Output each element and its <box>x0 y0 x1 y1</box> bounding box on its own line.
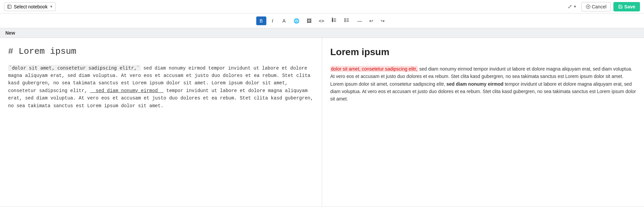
editor-toolbar: B I A 🌐 🖼 <> 123 — ↩ ↪ <box>0 13 644 28</box>
redo-icon: ↪ <box>381 18 385 24</box>
topbar: Select notebook ▼ ⤢ ▼ Cancel Save <box>0 0 644 13</box>
svg-text:3: 3 <box>332 20 333 22</box>
unordered-list-button[interactable] <box>341 16 353 26</box>
code-icon: <> <box>319 18 325 24</box>
save-label: Save <box>624 4 635 9</box>
markdown-body: `dolor sit amet, consetetur sadipscing e… <box>8 64 314 110</box>
fullscreen-button[interactable]: ⤢ ▼ <box>566 2 579 11</box>
editor-area: # Lorem ipsum `dolor sit amet, consetetu… <box>0 38 644 206</box>
cancel-button[interactable]: Cancel <box>581 2 611 11</box>
horizontal-rule-icon: — <box>357 18 362 24</box>
svg-point-16 <box>345 21 345 22</box>
bold-button[interactable]: B <box>256 16 266 25</box>
section-name: New <box>5 30 15 36</box>
undo-button[interactable]: ↩ <box>366 16 376 25</box>
redo-button[interactable]: ↪ <box>378 16 388 25</box>
preview-heading: Lorem ipsum <box>330 45 636 60</box>
link-icon: 🌐 <box>294 18 299 24</box>
fullscreen-icon: ⤢ <box>568 3 572 10</box>
chevron-down-icon: ▼ <box>49 5 53 8</box>
markdown-preview: Lorem ipsum dolor sit amet, consetetur s… <box>322 38 644 206</box>
heading-button[interactable]: A <box>279 16 289 25</box>
bold-icon: B <box>260 18 263 24</box>
notebook-select-label: Select notebook <box>14 4 47 9</box>
ordered-list-button[interactable]: 123 <box>329 16 340 26</box>
markdown-editor[interactable]: # Lorem ipsum `dolor sit amet, consetetu… <box>0 38 322 206</box>
notebook-selector[interactable]: Select notebook ▼ <box>4 2 56 11</box>
image-icon: 🖼 <box>307 18 311 24</box>
code-button[interactable]: <> <box>316 16 328 25</box>
svg-point-15 <box>345 20 345 20</box>
image-button[interactable]: 🖼 <box>304 16 314 25</box>
svg-rect-0 <box>8 5 11 8</box>
topbar-right-actions: ⤢ ▼ Cancel Save <box>566 2 640 11</box>
highlighted-text: dolor sit amet, consetetur sadipscing el… <box>330 66 418 72</box>
unordered-list-icon <box>344 17 350 24</box>
markdown-heading: # Lorem ipsum <box>8 45 314 59</box>
save-icon <box>618 4 623 9</box>
save-button[interactable]: Save <box>613 2 640 11</box>
preview-bold-text: sed diam nonumy eirmod <box>447 81 504 87</box>
notebook-icon <box>7 4 12 9</box>
link-button[interactable]: 🌐 <box>291 16 302 25</box>
heading-icon: A <box>282 18 286 24</box>
chevron-down-icon-small: ▼ <box>573 5 577 8</box>
section-label: New <box>0 28 644 38</box>
preview-body: dolor sit amet, consetetur sadipscing el… <box>330 65 636 103</box>
ordered-list-icon: 123 <box>332 17 337 24</box>
svg-point-14 <box>345 18 345 19</box>
cancel-icon <box>586 4 591 9</box>
undo-icon: ↩ <box>369 18 373 24</box>
horizontal-rule-button[interactable]: — <box>354 16 365 25</box>
italic-button[interactable]: I <box>268 16 278 25</box>
cancel-label: Cancel <box>592 4 607 9</box>
italic-icon: I <box>272 18 273 24</box>
